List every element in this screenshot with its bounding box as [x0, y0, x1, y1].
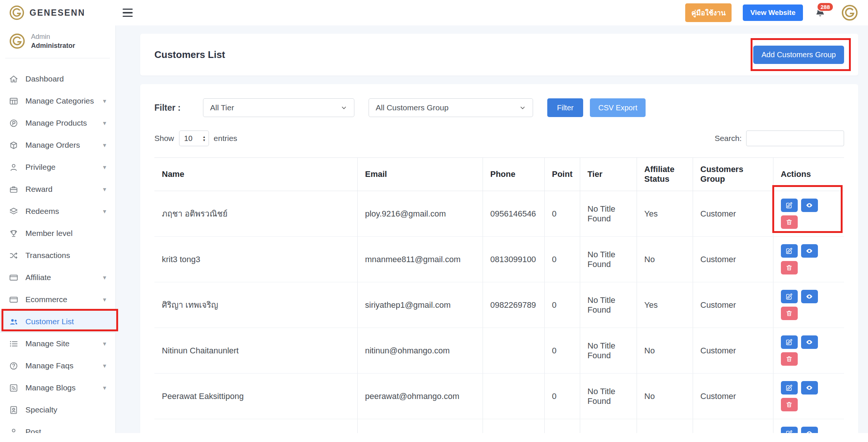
viewport-crop-strip — [0, 433, 868, 442]
trash-icon — [785, 310, 793, 317]
delete-button[interactable] — [781, 307, 798, 320]
cell-tier: No Title Found — [580, 328, 637, 374]
avatar — [9, 33, 25, 49]
entries-stepper[interactable]: 10 ▴▾ — [179, 131, 209, 146]
edit-button[interactable] — [781, 290, 798, 303]
top-bar: GENESENN คู่มือใช้งาน View Website 288 — [0, 0, 868, 25]
sidebar-item-customer-list[interactable]: Customer List — [0, 311, 115, 333]
cell-group: Customer — [693, 191, 773, 237]
customers-table-body: ภฤชา อติพรวณิชย์ploy.9216@gmail.com09561… — [154, 191, 844, 442]
column-header[interactable]: Customers Group — [693, 158, 773, 191]
add-customers-group-button[interactable]: Add Customers Group — [753, 46, 844, 64]
row-actions — [781, 290, 820, 320]
user-manual-button[interactable]: คู่มือใช้งาน — [685, 3, 732, 22]
view-button[interactable] — [801, 244, 818, 258]
csv-export-button[interactable]: CSV Export — [590, 98, 645, 117]
table-row: Nitinun Chaitanunlertnitinun@ohmango.com… — [154, 328, 844, 374]
chevron-down-icon: ▾ — [103, 274, 106, 282]
search-input[interactable] — [746, 131, 844, 146]
filter-label: Filter : — [154, 103, 196, 113]
sidebar-item-label: Manage Blogs — [25, 383, 76, 392]
sidebar-item-reward[interactable]: Reward▾ — [0, 178, 115, 200]
chevron-down-icon: ▾ — [103, 97, 106, 105]
page-title: Customers List — [154, 49, 225, 61]
table-row: krit3 tong3mnanmee811@gmail.com081309910… — [154, 237, 844, 282]
topbar-actions: คู่มือใช้งาน View Website 288 — [685, 3, 868, 22]
sidebar-item-manage-products[interactable]: Manage Products▾ — [0, 112, 115, 134]
column-header[interactable]: Email — [357, 158, 483, 191]
cell-name: ศิริญา เทพเจริญ — [154, 282, 357, 328]
sidebar-item-ecommerce[interactable]: Ecommerce▾ — [0, 289, 115, 311]
sidebar-item-label: Customer List — [25, 317, 74, 326]
view-button[interactable] — [801, 290, 818, 303]
sidebar-item-member-level[interactable]: Member level — [0, 222, 115, 245]
cell-affiliate: Yes — [637, 191, 693, 237]
show-label: Show — [154, 134, 174, 143]
edit-icon — [785, 293, 793, 300]
chevron-down-icon: ▾ — [103, 384, 106, 392]
cell-actions — [773, 237, 844, 282]
sidebar-item-manage-blogs[interactable]: Manage Blogs▾ — [0, 377, 115, 399]
notifications-button[interactable]: 288 — [814, 7, 826, 19]
chevron-down-icon: ▾ — [103, 208, 106, 215]
customers-group-select[interactable]: All Customers Group — [369, 98, 533, 117]
cell-phone — [483, 328, 544, 374]
chevron-down-icon: ▾ — [103, 185, 106, 193]
cell-affiliate: No — [637, 374, 693, 419]
column-header[interactable]: Name — [154, 158, 357, 191]
sidebar-item-manage-orders[interactable]: Manage Orders▾ — [0, 134, 115, 156]
view-button[interactable] — [801, 199, 818, 212]
column-header[interactable]: Actions — [773, 158, 844, 191]
delete-button[interactable] — [781, 261, 798, 274]
delete-button[interactable] — [781, 398, 798, 411]
sidebar-item-redeems[interactable]: Redeems▾ — [0, 200, 115, 222]
column-header[interactable]: Affiliate Status — [637, 158, 693, 191]
sidebar-item-label: Manage Site — [25, 339, 70, 348]
column-header[interactable]: Phone — [483, 158, 544, 191]
notification-badge: 288 — [817, 2, 834, 12]
cell-phone: 0813099100 — [483, 237, 544, 282]
filter-button[interactable]: Filter — [547, 98, 583, 117]
view-button[interactable] — [801, 335, 818, 349]
cell-actions — [773, 282, 844, 328]
edit-icon — [785, 384, 793, 392]
table-row: ภฤชา อติพรวณิชย์ploy.9216@gmail.com09561… — [154, 191, 844, 237]
cell-email: mnanmee811@gmail.com — [357, 237, 483, 282]
sidebar-item-manage-faqs[interactable]: Manage Faqs▾ — [0, 355, 115, 377]
sidebar-item-label: Member level — [25, 229, 73, 238]
menu-toggle-button[interactable] — [120, 6, 135, 19]
sidebar-item-affiliate[interactable]: Affiliate▾ — [0, 267, 115, 289]
sidebar-item-manage-site[interactable]: Manage Site▾ — [0, 333, 115, 355]
question-icon — [9, 361, 18, 371]
sidebar-item-specialty[interactable]: Specialty — [0, 399, 115, 421]
brand: GENESENN — [0, 5, 115, 21]
view-button[interactable] — [801, 381, 818, 395]
table-icon — [9, 96, 18, 106]
cell-affiliate: No — [637, 237, 693, 282]
cell-tier: No Title Found — [580, 191, 637, 237]
tier-select[interactable]: All Tier — [203, 98, 354, 117]
cell-group: Customer — [693, 282, 773, 328]
delete-button[interactable] — [781, 215, 798, 229]
column-header[interactable]: Tier — [580, 158, 637, 191]
delete-button[interactable] — [781, 352, 798, 366]
edit-icon — [785, 338, 793, 346]
edit-button[interactable] — [781, 335, 798, 349]
cell-point: 0 — [544, 191, 580, 237]
edit-button[interactable] — [781, 244, 798, 258]
view-website-button[interactable]: View Website — [743, 4, 803, 21]
edit-button[interactable] — [781, 381, 798, 395]
column-header[interactable]: Point — [544, 158, 580, 191]
card-icon — [9, 273, 18, 282]
row-actions — [781, 381, 820, 411]
sidebar-item-privilege[interactable]: Privilege▾ — [0, 156, 115, 178]
profile: Admin Administrator — [0, 25, 115, 58]
sidebar-item-dashboard[interactable]: Dashboard — [0, 68, 115, 90]
sidebar-item-transactions[interactable]: Transactions — [0, 245, 115, 267]
eye-icon — [806, 338, 813, 346]
edit-button[interactable] — [781, 199, 798, 212]
edit-icon — [785, 247, 793, 255]
trash-icon — [785, 355, 793, 363]
row-actions — [781, 244, 820, 274]
sidebar-item-manage-categories[interactable]: Manage Categories▾ — [0, 90, 115, 112]
